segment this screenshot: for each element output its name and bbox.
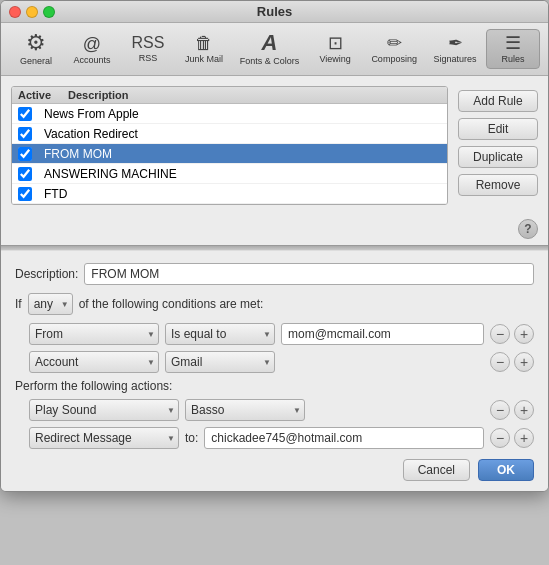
rule-name-2: Vacation Redirect <box>44 127 138 141</box>
condition-2-plus-button[interactable]: + <box>514 352 534 372</box>
condition-operator-1-select[interactable]: Is equal to Contains Does not contain <box>165 323 275 345</box>
any-select-wrapper: any all <box>28 293 73 315</box>
action-1-plusminus: − + <box>490 400 534 420</box>
toolbar-label-signatures: Signatures <box>434 54 477 64</box>
action-2-redirect-input[interactable] <box>204 427 484 449</box>
rule-name-3: FROM MOM <box>44 147 112 161</box>
action-row-1: Play Sound Redirect Message Delete Messa… <box>15 399 534 421</box>
toolbar-item-fonts-colors[interactable]: A Fonts & Colors <box>233 27 306 71</box>
action-2-type-wrapper: Redirect Message Play Sound Delete Messa… <box>29 427 179 449</box>
add-rule-button[interactable]: Add Rule <box>458 90 538 112</box>
condition-row-2: Account From To Subject Gmail iCloud Oth… <box>15 351 534 373</box>
action-1-minus-button[interactable]: − <box>490 400 510 420</box>
action-row-2: Redirect Message Play Sound Delete Messa… <box>15 427 534 449</box>
rule-detail-panel: Description: If any all of the following… <box>1 251 548 491</box>
condition-1-plusminus: − + <box>490 324 534 344</box>
traffic-lights <box>9 6 55 18</box>
action-2-minus-button[interactable]: − <box>490 428 510 448</box>
ok-button[interactable]: OK <box>478 459 534 481</box>
cancel-button[interactable]: Cancel <box>403 459 470 481</box>
rules-window: Rules ⚙ General @ Accounts RSS RSS 🗑 Jun… <box>0 0 549 492</box>
any-select[interactable]: any all <box>28 293 73 315</box>
conditions-suffix: of the following conditions are met: <box>79 297 264 311</box>
action-1-type-select[interactable]: Play Sound Redirect Message Delete Messa… <box>29 399 179 421</box>
toolbar-label-general: General <box>20 56 52 66</box>
condition-operator-1-wrapper: Is equal to Contains Does not contain <box>165 323 275 345</box>
condition-field-1-select[interactable]: From To Subject Account <box>29 323 159 345</box>
toolbar-item-composing[interactable]: ✏ Composing <box>364 29 424 69</box>
rules-action-buttons: Add Rule Edit Duplicate Remove <box>458 86 538 205</box>
condition-operator-2-wrapper: Gmail iCloud Other <box>165 351 275 373</box>
action-1-option-wrapper: Basso Frog Ping <box>185 399 305 421</box>
toolbar-item-rules[interactable]: ☰ Rules <box>486 29 540 69</box>
condition-field-1-wrapper: From To Subject Account <box>29 323 159 345</box>
rule-name-1: News From Apple <box>44 107 139 121</box>
edit-button[interactable]: Edit <box>458 118 538 140</box>
table-row[interactable]: FROM MOM <box>12 144 447 164</box>
condition-field-2-wrapper: Account From To Subject <box>29 351 159 373</box>
window-title: Rules <box>257 4 292 19</box>
signatures-icon: ✒ <box>448 34 463 52</box>
rule-active-checkbox-3[interactable] <box>18 147 32 161</box>
help-row: ? <box>1 215 548 245</box>
accounts-icon: @ <box>83 35 101 53</box>
actions-section: Perform the following actions: Play Soun… <box>15 379 534 449</box>
condition-field-2-select[interactable]: Account From To Subject <box>29 351 159 373</box>
rule-active-checkbox-2[interactable] <box>18 127 32 141</box>
rule-name-4: ANSWERING MACHINE <box>44 167 177 181</box>
toolbar-label-accounts: Accounts <box>73 55 110 65</box>
help-button[interactable]: ? <box>518 219 538 239</box>
rule-name-5: FTD <box>44 187 67 201</box>
table-row[interactable]: Vacation Redirect <box>12 124 447 144</box>
maximize-button[interactable] <box>43 6 55 18</box>
condition-value-1-input[interactable] <box>281 323 484 345</box>
table-row[interactable]: ANSWERING MACHINE <box>12 164 447 184</box>
toolbar-label-rules: Rules <box>502 54 525 64</box>
header-description: Description <box>68 89 129 101</box>
toolbar-label-junk-mail: Junk Mail <box>185 54 223 64</box>
rules-icon: ☰ <box>505 34 521 52</box>
toolbar-item-accounts[interactable]: @ Accounts <box>65 28 119 70</box>
composing-icon: ✏ <box>387 34 402 52</box>
bottom-buttons-row: Cancel OK <box>15 459 534 481</box>
toolbar-item-junk-mail[interactable]: 🗑 Junk Mail <box>177 29 231 69</box>
table-row[interactable]: FTD <box>12 184 447 204</box>
action-1-plus-button[interactable]: + <box>514 400 534 420</box>
condition-row-1: From To Subject Account Is equal to Cont… <box>15 323 534 345</box>
toolbar-label-rss: RSS <box>139 53 158 63</box>
toolbar: ⚙ General @ Accounts RSS RSS 🗑 Junk Mail… <box>1 23 548 76</box>
action-2-plus-button[interactable]: + <box>514 428 534 448</box>
if-conditions-row: If any all of the following conditions a… <box>15 293 534 315</box>
toolbar-item-signatures[interactable]: ✒ Signatures <box>426 29 484 69</box>
condition-operator-2-select[interactable]: Gmail iCloud Other <box>165 351 275 373</box>
close-button[interactable] <box>9 6 21 18</box>
description-row: Description: <box>15 263 534 285</box>
toolbar-label-fonts-colors: Fonts & Colors <box>240 56 300 66</box>
header-active: Active <box>18 89 68 101</box>
condition-1-plus-button[interactable]: + <box>514 324 534 344</box>
titlebar: Rules <box>1 1 548 23</box>
condition-2-minus-button[interactable]: − <box>490 352 510 372</box>
junk-mail-icon: 🗑 <box>195 34 213 52</box>
rule-active-checkbox-5[interactable] <box>18 187 32 201</box>
rule-active-checkbox-1[interactable] <box>18 107 32 121</box>
rule-active-checkbox-4[interactable] <box>18 167 32 181</box>
general-icon: ⚙ <box>26 32 46 54</box>
toolbar-item-viewing[interactable]: ⊡ Viewing <box>308 29 362 69</box>
duplicate-button[interactable]: Duplicate <box>458 146 538 168</box>
description-input[interactable] <box>84 263 534 285</box>
toolbar-label-composing: Composing <box>371 54 417 64</box>
actions-label: Perform the following actions: <box>15 379 534 393</box>
rules-list-panel: Active Description News From Apple Vacat… <box>1 76 548 215</box>
rules-list: News From Apple Vacation Redirect FROM M… <box>12 104 447 204</box>
condition-1-minus-button[interactable]: − <box>490 324 510 344</box>
toolbar-item-general[interactable]: ⚙ General <box>9 27 63 71</box>
rules-list-header: Active Description <box>12 87 447 104</box>
toolbar-item-rss[interactable]: RSS RSS <box>121 30 175 68</box>
table-row[interactable]: News From Apple <box>12 104 447 124</box>
rss-icon: RSS <box>132 35 165 51</box>
action-1-option-select[interactable]: Basso Frog Ping <box>185 399 305 421</box>
action-2-type-select[interactable]: Redirect Message Play Sound Delete Messa… <box>29 427 179 449</box>
minimize-button[interactable] <box>26 6 38 18</box>
remove-button[interactable]: Remove <box>458 174 538 196</box>
